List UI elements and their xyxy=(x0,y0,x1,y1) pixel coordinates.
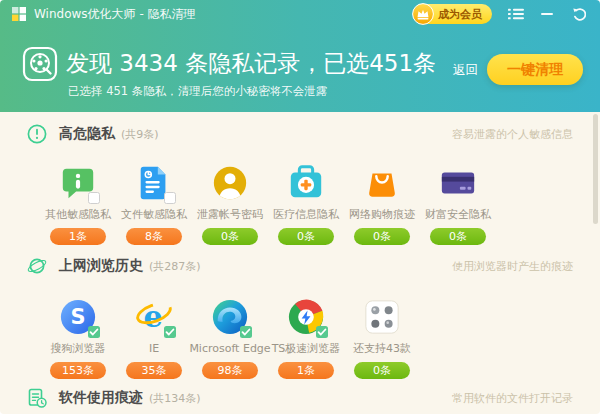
scrollbar-thumb[interactable] xyxy=(593,114,598,224)
items-row-2: S搜狗浏览器153条eIE35条Microsoft Edge98条TS极速浏览器… xyxy=(40,298,600,379)
item-count-badge: 8条 xyxy=(126,228,182,245)
app-window: Windows优化大师 - 隐私清理 成为会员 xyxy=(0,0,600,414)
item-label: 还支持43款 xyxy=(353,341,411,357)
content-area: 高危隐私(共9条)容易泄露的个人敏感信息其他敏感隐私1条文件敏感隐私8条泄露帐号… xyxy=(0,112,600,414)
section-title: 高危隐私 xyxy=(59,125,115,143)
privacy-item[interactable]: 网络购物痕迹0条 xyxy=(344,164,420,245)
privacy-item[interactable]: 财富安全隐私0条 xyxy=(420,164,496,245)
ts-browser-icon[interactable] xyxy=(287,298,325,336)
item-count-badge: 98条 xyxy=(202,362,258,379)
item-count-badge: 153条 xyxy=(50,362,106,379)
section-count: (共287条) xyxy=(149,259,201,274)
checkbox-checked-icon[interactable] xyxy=(316,326,328,338)
item-count-badge: 0条 xyxy=(354,362,410,379)
minimize-icon[interactable] xyxy=(540,7,556,21)
item-count-badge: 0条 xyxy=(278,228,334,245)
menu-list-icon[interactable] xyxy=(508,7,524,21)
items-row-1: 其他敏感隐私1条文件敏感隐私8条泄露帐号密码0条医疗信息隐私0条网络购物痕迹0条… xyxy=(40,164,600,245)
privacy-item[interactable]: 医疗信息隐私0条 xyxy=(268,164,344,245)
privacy-scan-icon xyxy=(22,46,58,82)
planet-icon xyxy=(27,256,47,276)
privacy-item[interactable]: 其他敏感隐私1条 xyxy=(40,164,116,245)
section-count: (共134条) xyxy=(149,391,201,406)
privacy-item[interactable]: eIE35条 xyxy=(116,298,192,379)
item-label: Microsoft Edge xyxy=(189,341,270,357)
window-title: Windows优化大师 - 隐私清理 xyxy=(34,6,196,23)
section-hint: 常用软件的文件打开记录 xyxy=(452,391,573,406)
back-arrow-icon[interactable] xyxy=(572,7,588,21)
item-label: TS极速浏览器 xyxy=(272,341,341,357)
checkbox-unchecked-icon[interactable] xyxy=(88,192,100,204)
medical-icon[interactable] xyxy=(287,164,325,202)
section-count: (共9条) xyxy=(121,127,159,142)
checkbox-unchecked-icon[interactable] xyxy=(164,192,176,204)
scan-result-subtitle: 已选择 451 条隐私，清理后您的小秘密将不会泄露 xyxy=(68,84,327,99)
titlebar: Windows优化大师 - 隐私清理 成为会员 xyxy=(0,0,600,28)
doc-clock-icon xyxy=(27,388,47,408)
item-count-badge: 1条 xyxy=(50,228,106,245)
crown-icon xyxy=(412,3,434,25)
item-label: 搜狗浏览器 xyxy=(51,341,106,357)
item-label: 泄露帐号密码 xyxy=(197,207,263,223)
section-title: 软件使用痕迹 xyxy=(59,389,143,407)
section-title: 上网浏览历史 xyxy=(59,257,143,275)
section-hint: 容易泄露的个人敏感信息 xyxy=(452,127,573,142)
checkbox-checked-icon[interactable] xyxy=(240,326,252,338)
privacy-item[interactable]: 泄露帐号密码0条 xyxy=(192,164,268,245)
item-label: 文件敏感隐私 xyxy=(121,207,187,223)
item-count-badge: 0条 xyxy=(430,228,486,245)
member-badge-label: 成为会员 xyxy=(438,7,482,22)
item-label: 其他敏感隐私 xyxy=(45,207,111,223)
section-header-2: 上网浏览历史(共287条)使用浏览器时产生的痕迹 xyxy=(0,254,600,278)
one-key-clean-button[interactable]: 一键清理 xyxy=(487,54,583,85)
privacy-item[interactable]: 还支持43款0条 xyxy=(344,298,420,379)
chat-info-icon[interactable] xyxy=(59,164,97,202)
checkbox-checked-icon[interactable] xyxy=(164,326,176,338)
shopping-icon[interactable] xyxy=(363,164,401,202)
back-link[interactable]: 返回 xyxy=(453,62,478,79)
item-label: IE xyxy=(149,341,159,357)
item-count-badge: 0条 xyxy=(354,228,410,245)
item-label: 网络购物痕迹 xyxy=(349,207,415,223)
header-zone: Windows优化大师 - 隐私清理 成为会员 xyxy=(0,0,600,112)
section-hint: 使用浏览器时产生的痕迹 xyxy=(452,259,573,274)
item-count-badge: 35条 xyxy=(126,362,182,379)
ie-icon[interactable]: e xyxy=(135,298,173,336)
document-icon[interactable] xyxy=(135,164,173,202)
svg-text:e: e xyxy=(143,298,162,334)
privacy-item[interactable]: Microsoft Edge98条 xyxy=(192,298,268,379)
section-header-3: 软件使用痕迹(共134条)常用软件的文件打开记录 xyxy=(0,386,600,410)
section-header-1: 高危隐私(共9条)容易泄露的个人敏感信息 xyxy=(0,122,600,146)
more-browsers-icon[interactable] xyxy=(363,298,401,336)
privacy-item[interactable]: S搜狗浏览器153条 xyxy=(40,298,116,379)
become-member-button[interactable]: 成为会员 xyxy=(413,4,492,24)
item-label: 医疗信息隐私 xyxy=(273,207,339,223)
scan-result-title: 发现 3434 条隐私记录，已选451条 xyxy=(66,48,436,79)
app-logo-icon xyxy=(12,7,26,21)
titlebar-controls: 成为会员 xyxy=(413,4,588,24)
account-icon[interactable] xyxy=(211,164,249,202)
privacy-item[interactable]: 文件敏感隐私8条 xyxy=(116,164,192,245)
edge-icon[interactable] xyxy=(211,298,249,336)
warning-icon xyxy=(27,124,47,144)
checkbox-checked-icon[interactable] xyxy=(88,326,100,338)
card-icon[interactable] xyxy=(439,164,477,202)
privacy-item[interactable]: TS极速浏览器1条 xyxy=(268,298,344,379)
item-label: 财富安全隐私 xyxy=(425,207,491,223)
sogou-icon[interactable]: S xyxy=(59,298,97,336)
item-count-badge: 1条 xyxy=(278,362,334,379)
item-count-badge: 0条 xyxy=(202,228,258,245)
svg-text:S: S xyxy=(70,305,85,329)
